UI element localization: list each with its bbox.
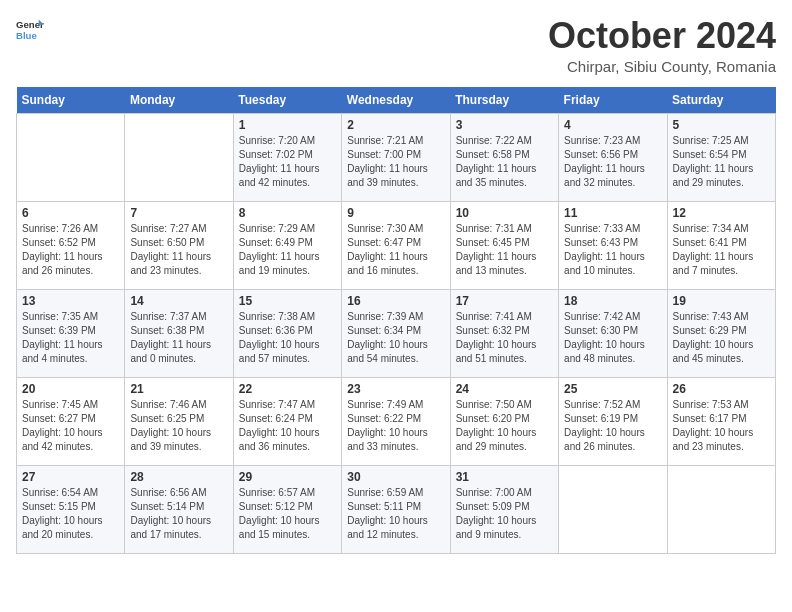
calendar-cell: 22Sunrise: 7:47 AM Sunset: 6:24 PM Dayli… [233,377,341,465]
day-number: 30 [347,470,444,484]
calendar-cell: 13Sunrise: 7:35 AM Sunset: 6:39 PM Dayli… [17,289,125,377]
calendar-cell: 24Sunrise: 7:50 AM Sunset: 6:20 PM Dayli… [450,377,558,465]
day-number: 8 [239,206,336,220]
calendar-header-row: SundayMondayTuesdayWednesdayThursdayFrid… [17,87,776,114]
day-number: 27 [22,470,119,484]
logo: General Blue [16,16,44,44]
calendar-cell: 12Sunrise: 7:34 AM Sunset: 6:41 PM Dayli… [667,201,775,289]
calendar-cell: 16Sunrise: 7:39 AM Sunset: 6:34 PM Dayli… [342,289,450,377]
calendar-cell: 28Sunrise: 6:56 AM Sunset: 5:14 PM Dayli… [125,465,233,553]
calendar-cell: 5Sunrise: 7:25 AM Sunset: 6:54 PM Daylig… [667,113,775,201]
day-info: Sunrise: 7:35 AM Sunset: 6:39 PM Dayligh… [22,310,119,366]
day-info: Sunrise: 6:59 AM Sunset: 5:11 PM Dayligh… [347,486,444,542]
day-info: Sunrise: 7:29 AM Sunset: 6:49 PM Dayligh… [239,222,336,278]
day-info: Sunrise: 7:43 AM Sunset: 6:29 PM Dayligh… [673,310,770,366]
day-number: 14 [130,294,227,308]
calendar-cell: 1Sunrise: 7:20 AM Sunset: 7:02 PM Daylig… [233,113,341,201]
calendar-week-row: 13Sunrise: 7:35 AM Sunset: 6:39 PM Dayli… [17,289,776,377]
calendar-cell: 30Sunrise: 6:59 AM Sunset: 5:11 PM Dayli… [342,465,450,553]
day-number: 12 [673,206,770,220]
calendar-cell: 14Sunrise: 7:37 AM Sunset: 6:38 PM Dayli… [125,289,233,377]
calendar-cell: 6Sunrise: 7:26 AM Sunset: 6:52 PM Daylig… [17,201,125,289]
day-number: 31 [456,470,553,484]
day-number: 5 [673,118,770,132]
calendar-week-row: 1Sunrise: 7:20 AM Sunset: 7:02 PM Daylig… [17,113,776,201]
day-info: Sunrise: 7:00 AM Sunset: 5:09 PM Dayligh… [456,486,553,542]
day-info: Sunrise: 7:47 AM Sunset: 6:24 PM Dayligh… [239,398,336,454]
calendar-cell: 3Sunrise: 7:22 AM Sunset: 6:58 PM Daylig… [450,113,558,201]
day-number: 25 [564,382,661,396]
day-header-thursday: Thursday [450,87,558,114]
day-number: 29 [239,470,336,484]
day-info: Sunrise: 7:30 AM Sunset: 6:47 PM Dayligh… [347,222,444,278]
svg-text:Blue: Blue [16,30,37,41]
day-header-sunday: Sunday [17,87,125,114]
location-title: Chirpar, Sibiu County, Romania [548,58,776,75]
calendar-cell: 31Sunrise: 7:00 AM Sunset: 5:09 PM Dayli… [450,465,558,553]
calendar-cell [17,113,125,201]
calendar-cell: 29Sunrise: 6:57 AM Sunset: 5:12 PM Dayli… [233,465,341,553]
day-number: 9 [347,206,444,220]
day-number: 28 [130,470,227,484]
day-number: 2 [347,118,444,132]
day-info: Sunrise: 7:39 AM Sunset: 6:34 PM Dayligh… [347,310,444,366]
calendar-cell: 21Sunrise: 7:46 AM Sunset: 6:25 PM Dayli… [125,377,233,465]
day-info: Sunrise: 6:54 AM Sunset: 5:15 PM Dayligh… [22,486,119,542]
day-number: 11 [564,206,661,220]
calendar-week-row: 20Sunrise: 7:45 AM Sunset: 6:27 PM Dayli… [17,377,776,465]
calendar-cell: 20Sunrise: 7:45 AM Sunset: 6:27 PM Dayli… [17,377,125,465]
day-info: Sunrise: 7:46 AM Sunset: 6:25 PM Dayligh… [130,398,227,454]
day-header-wednesday: Wednesday [342,87,450,114]
calendar-cell: 18Sunrise: 7:42 AM Sunset: 6:30 PM Dayli… [559,289,667,377]
title-block: October 2024 Chirpar, Sibiu County, Roma… [548,16,776,75]
calendar-cell [125,113,233,201]
day-number: 22 [239,382,336,396]
day-header-saturday: Saturday [667,87,775,114]
calendar-cell: 11Sunrise: 7:33 AM Sunset: 6:43 PM Dayli… [559,201,667,289]
day-info: Sunrise: 7:27 AM Sunset: 6:50 PM Dayligh… [130,222,227,278]
day-info: Sunrise: 7:38 AM Sunset: 6:36 PM Dayligh… [239,310,336,366]
calendar-cell: 25Sunrise: 7:52 AM Sunset: 6:19 PM Dayli… [559,377,667,465]
day-number: 23 [347,382,444,396]
day-info: Sunrise: 7:20 AM Sunset: 7:02 PM Dayligh… [239,134,336,190]
calendar-week-row: 27Sunrise: 6:54 AM Sunset: 5:15 PM Dayli… [17,465,776,553]
day-number: 4 [564,118,661,132]
day-info: Sunrise: 7:31 AM Sunset: 6:45 PM Dayligh… [456,222,553,278]
calendar-cell: 19Sunrise: 7:43 AM Sunset: 6:29 PM Dayli… [667,289,775,377]
day-number: 26 [673,382,770,396]
day-info: Sunrise: 6:56 AM Sunset: 5:14 PM Dayligh… [130,486,227,542]
day-info: Sunrise: 6:57 AM Sunset: 5:12 PM Dayligh… [239,486,336,542]
month-title: October 2024 [548,16,776,56]
day-number: 13 [22,294,119,308]
calendar-cell: 9Sunrise: 7:30 AM Sunset: 6:47 PM Daylig… [342,201,450,289]
day-number: 6 [22,206,119,220]
day-info: Sunrise: 7:33 AM Sunset: 6:43 PM Dayligh… [564,222,661,278]
day-number: 24 [456,382,553,396]
day-number: 20 [22,382,119,396]
day-number: 16 [347,294,444,308]
day-info: Sunrise: 7:21 AM Sunset: 7:00 PM Dayligh… [347,134,444,190]
calendar-cell: 17Sunrise: 7:41 AM Sunset: 6:32 PM Dayli… [450,289,558,377]
calendar-cell: 2Sunrise: 7:21 AM Sunset: 7:00 PM Daylig… [342,113,450,201]
day-header-tuesday: Tuesday [233,87,341,114]
calendar-cell: 23Sunrise: 7:49 AM Sunset: 6:22 PM Dayli… [342,377,450,465]
day-number: 10 [456,206,553,220]
calendar-cell: 27Sunrise: 6:54 AM Sunset: 5:15 PM Dayli… [17,465,125,553]
day-info: Sunrise: 7:52 AM Sunset: 6:19 PM Dayligh… [564,398,661,454]
logo-icon: General Blue [16,16,44,44]
calendar-week-row: 6Sunrise: 7:26 AM Sunset: 6:52 PM Daylig… [17,201,776,289]
day-info: Sunrise: 7:25 AM Sunset: 6:54 PM Dayligh… [673,134,770,190]
calendar-cell [667,465,775,553]
day-number: 15 [239,294,336,308]
calendar-table: SundayMondayTuesdayWednesdayThursdayFrid… [16,87,776,554]
calendar-body: 1Sunrise: 7:20 AM Sunset: 7:02 PM Daylig… [17,113,776,553]
day-info: Sunrise: 7:53 AM Sunset: 6:17 PM Dayligh… [673,398,770,454]
calendar-cell: 10Sunrise: 7:31 AM Sunset: 6:45 PM Dayli… [450,201,558,289]
day-info: Sunrise: 7:45 AM Sunset: 6:27 PM Dayligh… [22,398,119,454]
day-info: Sunrise: 7:37 AM Sunset: 6:38 PM Dayligh… [130,310,227,366]
calendar-cell: 4Sunrise: 7:23 AM Sunset: 6:56 PM Daylig… [559,113,667,201]
day-info: Sunrise: 7:42 AM Sunset: 6:30 PM Dayligh… [564,310,661,366]
day-info: Sunrise: 7:50 AM Sunset: 6:20 PM Dayligh… [456,398,553,454]
calendar-cell: 26Sunrise: 7:53 AM Sunset: 6:17 PM Dayli… [667,377,775,465]
day-info: Sunrise: 7:22 AM Sunset: 6:58 PM Dayligh… [456,134,553,190]
